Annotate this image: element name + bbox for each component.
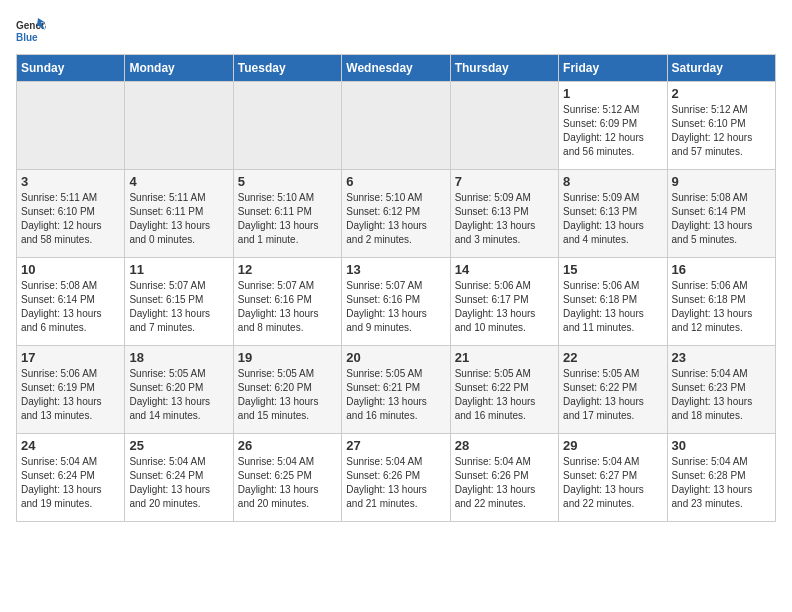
day-info: Sunrise: 5:12 AM Sunset: 6:10 PM Dayligh… <box>672 103 771 159</box>
day-number: 26 <box>238 438 337 453</box>
calendar-cell: 29Sunrise: 5:04 AM Sunset: 6:27 PM Dayli… <box>559 434 667 522</box>
calendar-cell: 3Sunrise: 5:11 AM Sunset: 6:10 PM Daylig… <box>17 170 125 258</box>
calendar-cell: 30Sunrise: 5:04 AM Sunset: 6:28 PM Dayli… <box>667 434 775 522</box>
day-info: Sunrise: 5:09 AM Sunset: 6:13 PM Dayligh… <box>563 191 662 247</box>
day-info: Sunrise: 5:04 AM Sunset: 6:24 PM Dayligh… <box>21 455 120 511</box>
day-info: Sunrise: 5:10 AM Sunset: 6:12 PM Dayligh… <box>346 191 445 247</box>
day-info: Sunrise: 5:11 AM Sunset: 6:11 PM Dayligh… <box>129 191 228 247</box>
day-info: Sunrise: 5:11 AM Sunset: 6:10 PM Dayligh… <box>21 191 120 247</box>
day-info: Sunrise: 5:05 AM Sunset: 6:22 PM Dayligh… <box>455 367 554 423</box>
week-row-4: 17Sunrise: 5:06 AM Sunset: 6:19 PM Dayli… <box>17 346 776 434</box>
week-row-2: 3Sunrise: 5:11 AM Sunset: 6:10 PM Daylig… <box>17 170 776 258</box>
calendar-cell: 25Sunrise: 5:04 AM Sunset: 6:24 PM Dayli… <box>125 434 233 522</box>
day-info: Sunrise: 5:08 AM Sunset: 6:14 PM Dayligh… <box>672 191 771 247</box>
calendar-cell: 12Sunrise: 5:07 AM Sunset: 6:16 PM Dayli… <box>233 258 341 346</box>
day-number: 25 <box>129 438 228 453</box>
calendar-cell <box>233 82 341 170</box>
calendar-cell: 5Sunrise: 5:10 AM Sunset: 6:11 PM Daylig… <box>233 170 341 258</box>
day-info: Sunrise: 5:10 AM Sunset: 6:11 PM Dayligh… <box>238 191 337 247</box>
day-number: 1 <box>563 86 662 101</box>
calendar-cell: 16Sunrise: 5:06 AM Sunset: 6:18 PM Dayli… <box>667 258 775 346</box>
day-number: 16 <box>672 262 771 277</box>
day-number: 17 <box>21 350 120 365</box>
calendar-cell: 21Sunrise: 5:05 AM Sunset: 6:22 PM Dayli… <box>450 346 558 434</box>
calendar-cell: 18Sunrise: 5:05 AM Sunset: 6:20 PM Dayli… <box>125 346 233 434</box>
day-number: 15 <box>563 262 662 277</box>
day-info: Sunrise: 5:07 AM Sunset: 6:16 PM Dayligh… <box>346 279 445 335</box>
weekday-header-thursday: Thursday <box>450 55 558 82</box>
day-info: Sunrise: 5:04 AM Sunset: 6:26 PM Dayligh… <box>455 455 554 511</box>
week-row-3: 10Sunrise: 5:08 AM Sunset: 6:14 PM Dayli… <box>17 258 776 346</box>
weekday-header-monday: Monday <box>125 55 233 82</box>
calendar-cell <box>17 82 125 170</box>
day-info: Sunrise: 5:06 AM Sunset: 6:18 PM Dayligh… <box>563 279 662 335</box>
day-number: 29 <box>563 438 662 453</box>
page-header: GeneralBlue <box>16 16 776 44</box>
calendar-cell: 13Sunrise: 5:07 AM Sunset: 6:16 PM Dayli… <box>342 258 450 346</box>
day-number: 27 <box>346 438 445 453</box>
day-info: Sunrise: 5:04 AM Sunset: 6:24 PM Dayligh… <box>129 455 228 511</box>
day-info: Sunrise: 5:05 AM Sunset: 6:20 PM Dayligh… <box>129 367 228 423</box>
calendar-cell: 15Sunrise: 5:06 AM Sunset: 6:18 PM Dayli… <box>559 258 667 346</box>
weekday-header-sunday: Sunday <box>17 55 125 82</box>
day-number: 13 <box>346 262 445 277</box>
day-info: Sunrise: 5:05 AM Sunset: 6:20 PM Dayligh… <box>238 367 337 423</box>
weekday-header-friday: Friday <box>559 55 667 82</box>
calendar-table: SundayMondayTuesdayWednesdayThursdayFrid… <box>16 54 776 522</box>
day-number: 3 <box>21 174 120 189</box>
day-number: 28 <box>455 438 554 453</box>
week-row-5: 24Sunrise: 5:04 AM Sunset: 6:24 PM Dayli… <box>17 434 776 522</box>
week-row-1: 1Sunrise: 5:12 AM Sunset: 6:09 PM Daylig… <box>17 82 776 170</box>
calendar-cell <box>342 82 450 170</box>
calendar-cell: 10Sunrise: 5:08 AM Sunset: 6:14 PM Dayli… <box>17 258 125 346</box>
day-info: Sunrise: 5:05 AM Sunset: 6:21 PM Dayligh… <box>346 367 445 423</box>
calendar-cell: 23Sunrise: 5:04 AM Sunset: 6:23 PM Dayli… <box>667 346 775 434</box>
day-info: Sunrise: 5:06 AM Sunset: 6:17 PM Dayligh… <box>455 279 554 335</box>
day-info: Sunrise: 5:06 AM Sunset: 6:18 PM Dayligh… <box>672 279 771 335</box>
day-info: Sunrise: 5:07 AM Sunset: 6:16 PM Dayligh… <box>238 279 337 335</box>
weekday-header-wednesday: Wednesday <box>342 55 450 82</box>
weekday-header-saturday: Saturday <box>667 55 775 82</box>
calendar-cell: 4Sunrise: 5:11 AM Sunset: 6:11 PM Daylig… <box>125 170 233 258</box>
weekday-header-tuesday: Tuesday <box>233 55 341 82</box>
calendar-cell: 1Sunrise: 5:12 AM Sunset: 6:09 PM Daylig… <box>559 82 667 170</box>
day-info: Sunrise: 5:07 AM Sunset: 6:15 PM Dayligh… <box>129 279 228 335</box>
day-info: Sunrise: 5:12 AM Sunset: 6:09 PM Dayligh… <box>563 103 662 159</box>
day-number: 20 <box>346 350 445 365</box>
day-number: 7 <box>455 174 554 189</box>
day-info: Sunrise: 5:05 AM Sunset: 6:22 PM Dayligh… <box>563 367 662 423</box>
logo: GeneralBlue <box>16 16 46 44</box>
day-number: 30 <box>672 438 771 453</box>
calendar-cell: 27Sunrise: 5:04 AM Sunset: 6:26 PM Dayli… <box>342 434 450 522</box>
day-number: 18 <box>129 350 228 365</box>
calendar-cell: 22Sunrise: 5:05 AM Sunset: 6:22 PM Dayli… <box>559 346 667 434</box>
day-number: 2 <box>672 86 771 101</box>
calendar-cell: 28Sunrise: 5:04 AM Sunset: 6:26 PM Dayli… <box>450 434 558 522</box>
day-number: 21 <box>455 350 554 365</box>
day-number: 8 <box>563 174 662 189</box>
calendar-cell: 6Sunrise: 5:10 AM Sunset: 6:12 PM Daylig… <box>342 170 450 258</box>
svg-text:Blue: Blue <box>16 32 38 43</box>
calendar-cell <box>125 82 233 170</box>
calendar-cell: 19Sunrise: 5:05 AM Sunset: 6:20 PM Dayli… <box>233 346 341 434</box>
calendar-cell: 24Sunrise: 5:04 AM Sunset: 6:24 PM Dayli… <box>17 434 125 522</box>
day-info: Sunrise: 5:04 AM Sunset: 6:25 PM Dayligh… <box>238 455 337 511</box>
logo-icon: GeneralBlue <box>16 16 46 44</box>
calendar-cell: 8Sunrise: 5:09 AM Sunset: 6:13 PM Daylig… <box>559 170 667 258</box>
day-number: 24 <box>21 438 120 453</box>
calendar-cell: 2Sunrise: 5:12 AM Sunset: 6:10 PM Daylig… <box>667 82 775 170</box>
day-number: 10 <box>21 262 120 277</box>
calendar-cell: 11Sunrise: 5:07 AM Sunset: 6:15 PM Dayli… <box>125 258 233 346</box>
day-number: 14 <box>455 262 554 277</box>
calendar-cell: 26Sunrise: 5:04 AM Sunset: 6:25 PM Dayli… <box>233 434 341 522</box>
calendar-cell: 20Sunrise: 5:05 AM Sunset: 6:21 PM Dayli… <box>342 346 450 434</box>
day-number: 6 <box>346 174 445 189</box>
day-number: 4 <box>129 174 228 189</box>
day-number: 22 <box>563 350 662 365</box>
day-info: Sunrise: 5:06 AM Sunset: 6:19 PM Dayligh… <box>21 367 120 423</box>
day-info: Sunrise: 5:04 AM Sunset: 6:26 PM Dayligh… <box>346 455 445 511</box>
day-info: Sunrise: 5:08 AM Sunset: 6:14 PM Dayligh… <box>21 279 120 335</box>
day-info: Sunrise: 5:04 AM Sunset: 6:23 PM Dayligh… <box>672 367 771 423</box>
calendar-cell: 9Sunrise: 5:08 AM Sunset: 6:14 PM Daylig… <box>667 170 775 258</box>
calendar-cell: 7Sunrise: 5:09 AM Sunset: 6:13 PM Daylig… <box>450 170 558 258</box>
